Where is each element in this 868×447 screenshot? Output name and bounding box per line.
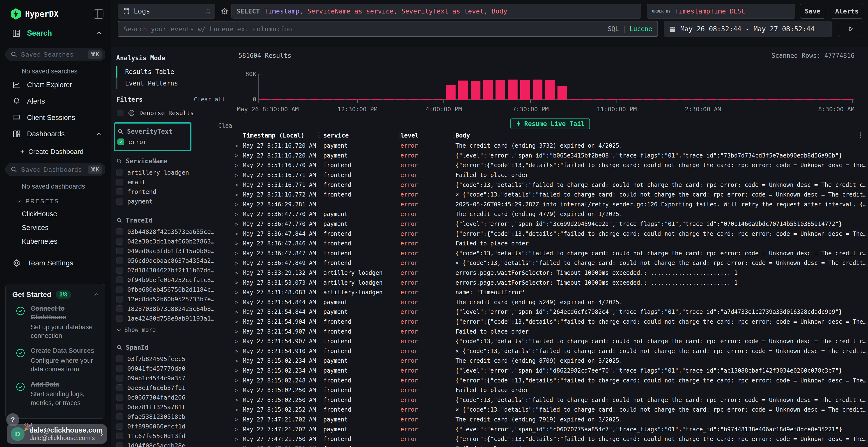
filter-checkbox[interactable]	[116, 267, 123, 274]
filter-checkbox[interactable]	[116, 423, 123, 429]
sidebar-item-search[interactable]: Search	[0, 25, 111, 42]
search-input[interactable]	[123, 25, 608, 33]
preset-dashboard-link[interactable]: Kubernetes	[0, 235, 111, 248]
filter-value-row[interactable]: email	[116, 177, 225, 187]
table-row[interactable]: May 27 8:51:16.770 AM frontend error {"e…	[232, 161, 868, 170]
presets-toggle[interactable]: PRESETS	[0, 192, 111, 207]
sidebar-item-client-sessions[interactable]: Client Sessions	[0, 109, 111, 126]
sidebar-item-team-settings[interactable]: Team Settings	[0, 248, 111, 270]
filter-value-row[interactable]: 18287038b73e882425c64b8…	[116, 304, 225, 314]
filter-value-row[interactable]: 0c0667304fafd206	[116, 392, 225, 402]
preset-dashboard-link[interactable]: Services	[0, 221, 111, 235]
column-resize-handle[interactable]	[400, 132, 401, 138]
filter-value-row[interactable]: artillery-loadgen	[116, 168, 225, 177]
filter-value-row[interactable]: payment	[116, 197, 225, 206]
select-clause-input[interactable]: SELECT Timestamp, ServiceName as service…	[231, 4, 641, 19]
table-row[interactable]: May 27 8:51:16.771 AM frontend error {"c…	[232, 180, 868, 190]
col-level[interactable]: level	[401, 132, 456, 139]
row-expand-chevron[interactable]	[232, 446, 243, 447]
table-row[interactable]: May 27 8:21:54.904 AM frontend error {"e…	[232, 317, 868, 327]
filter-value-row[interactable]: 042a30c3dc1baf660b27863…	[116, 237, 225, 246]
table-row[interactable]: May 27 8:46:29.281 AM error 2025-05-26T0…	[232, 200, 868, 209]
create-dashboard-button[interactable]: + Create Dashboard	[0, 142, 111, 157]
filter-checkbox[interactable]	[116, 355, 123, 362]
table-row[interactable]: May 27 8:51:16.720 AM payment error The …	[232, 141, 868, 151]
table-row[interactable]: May 27 8:33:29.132 AM artillery-loadgen …	[232, 268, 868, 278]
row-expand-chevron[interactable]	[232, 280, 243, 286]
row-expand-chevron[interactable]	[232, 377, 243, 383]
save-button[interactable]: Save	[800, 4, 825, 19]
row-expand-chevron[interactable]	[232, 270, 243, 276]
row-expand-chevron[interactable]	[232, 289, 243, 296]
table-row[interactable]: May 27 8:51:16.720 AM payment error {"le…	[232, 151, 868, 161]
table-row[interactable]: May 27 7:47:21.750 AM frontend error {"e…	[232, 434, 868, 444]
row-expand-chevron[interactable]	[232, 387, 243, 393]
filter-value-row[interactable]: 09041fb457779da0	[116, 364, 225, 373]
table-row[interactable]: May 27 8:21:54.907 AM frontend error {"c…	[232, 337, 868, 346]
source-settings-gear-icon[interactable]: ⚙	[221, 6, 228, 16]
preset-dashboard-link[interactable]: ClickHouse	[0, 207, 111, 221]
row-expand-chevron[interactable]	[232, 329, 243, 335]
source-select[interactable]: Logs	[118, 4, 215, 19]
table-row[interactable]: May 27 8:15:02.234 AM payment error The …	[232, 356, 868, 366]
filter-checkbox[interactable]	[116, 305, 123, 312]
filter-value-row[interactable]: 0fbe680eb456750b2d1184c…	[116, 285, 225, 294]
row-expand-chevron[interactable]	[232, 250, 243, 256]
row-expand-chevron[interactable]	[232, 348, 243, 354]
sidebar-item-chart-explorer[interactable]: Chart Explorer	[0, 77, 111, 93]
row-expand-chevron[interactable]	[232, 436, 243, 442]
saved-searches-field[interactable]	[21, 51, 88, 58]
filter-checkbox[interactable]	[116, 276, 123, 283]
filter-value-row[interactable]: 0ae8e1f6c6b37fb1	[116, 383, 225, 392]
table-row[interactable]: May 27 8:36:47.849 AM frontend error × {…	[232, 258, 868, 268]
filter-value-row[interactable]: 0f94b9befe0b4252ccfa1c8…	[116, 275, 225, 285]
search-icon[interactable]	[117, 128, 124, 135]
table-row[interactable]: May 27 8:36:47.844 AM frontend error {"e…	[232, 229, 868, 239]
table-row[interactable]: May 27 8:21:54.907 AM frontend error Fai…	[232, 326, 868, 337]
row-expand-chevron[interactable]	[232, 309, 243, 315]
filter-checkbox[interactable]	[116, 238, 123, 245]
filter-checkbox[interactable]	[116, 433, 123, 439]
chevron-up-icon[interactable]	[96, 30, 102, 37]
row-expand-chevron[interactable]	[232, 172, 243, 178]
filter-checkbox[interactable]	[116, 442, 123, 447]
filter-value-row[interactable]: frontend	[116, 187, 225, 197]
filter-value-row[interactable]: 11c67fe55c0d13fd	[116, 431, 225, 441]
filter-value-row[interactable]: 056cd9acbaac8637a4354a2…	[116, 256, 225, 265]
resume-live-tail-button[interactable]: Resume Live Tail	[510, 118, 590, 129]
table-row[interactable]: May 27 8:36:47.846 AM frontend error Fai…	[232, 239, 868, 248]
sidebar-item-alerts[interactable]: Alerts	[0, 93, 111, 109]
lucene-language-toggle[interactable]: Lucene	[629, 25, 652, 33]
filter-checkbox[interactable]	[116, 365, 123, 372]
severity-clear-link[interactable]: Clear	[218, 122, 232, 129]
column-resize-handle[interactable]	[454, 132, 455, 138]
filter-value-row[interactable]: 07d184304627bf2f11b67dd…	[116, 265, 225, 275]
row-expand-chevron[interactable]	[232, 416, 243, 422]
filter-checkbox[interactable]	[117, 138, 124, 145]
filter-checkbox[interactable]	[116, 257, 123, 264]
row-expand-chevron[interactable]	[232, 368, 243, 374]
search-icon[interactable]	[116, 158, 123, 164]
table-row[interactable]: May 27 8:15:02.248 AM frontend error {"e…	[232, 375, 868, 385]
row-expand-chevron[interactable]	[232, 231, 243, 237]
row-expand-chevron[interactable]	[232, 407, 243, 413]
search-icon[interactable]	[116, 217, 123, 224]
row-expand-chevron[interactable]	[232, 426, 243, 432]
filter-checkbox[interactable]	[116, 315, 123, 322]
filter-value-row[interactable]: 0ff8990066efcf1d	[116, 421, 225, 431]
chevron-up-icon[interactable]	[93, 291, 99, 298]
saved-searches-input[interactable]: ⌘K	[5, 48, 105, 61]
filter-value-row[interactable]: 049ed0ac3fdb1f3f15a0b0b…	[116, 246, 225, 256]
get-started-item[interactable]: Connect to ClickHouse Set up your databa…	[16, 304, 99, 340]
filter-checkbox[interactable]	[116, 169, 123, 176]
sidebar-collapse-icon[interactable]	[94, 9, 103, 19]
filter-checkbox[interactable]	[116, 248, 123, 254]
filter-value-row[interactable]: error	[117, 137, 187, 147]
table-row[interactable]: May 27 8:51:16.771 AM frontend error Fai…	[232, 170, 868, 180]
filter-checkbox[interactable]	[116, 404, 123, 410]
row-expand-chevron[interactable]	[232, 397, 243, 403]
filter-checkbox[interactable]	[116, 384, 123, 391]
row-expand-chevron[interactable]	[232, 299, 243, 305]
col-service[interactable]: service	[323, 132, 401, 139]
filter-value-row[interactable]: 1ae42480d758e9ab91193a1…	[116, 314, 225, 323]
